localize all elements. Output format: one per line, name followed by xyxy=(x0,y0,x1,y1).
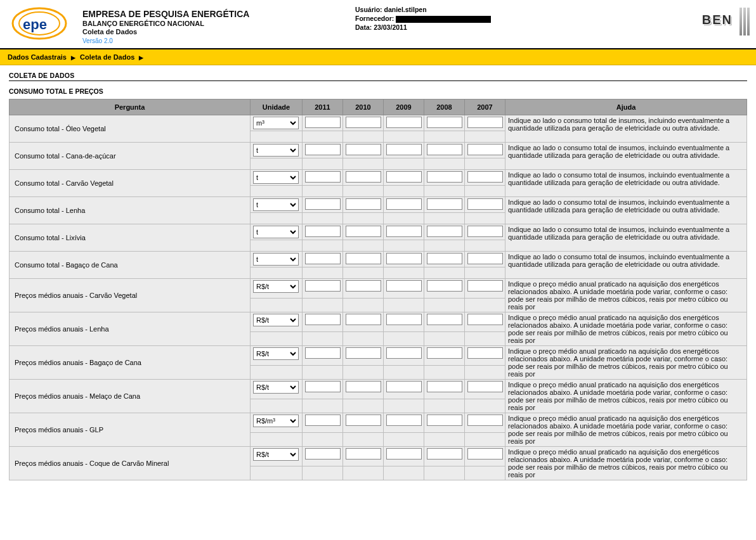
year-input[interactable] xyxy=(467,198,503,210)
year-input[interactable] xyxy=(427,347,462,359)
row-label: Consumo total - Bagaço de Cana xyxy=(10,252,251,279)
unit-select[interactable]: m³tR$/tR$/m³ xyxy=(253,226,299,238)
year-input[interactable] xyxy=(427,117,462,128)
empty-cell xyxy=(424,331,465,345)
unit-select[interactable]: m³tR$/tR$/m³ xyxy=(253,415,299,427)
year-input[interactable] xyxy=(346,198,381,210)
year-cell xyxy=(303,447,343,466)
section-title: COLETA DE DADOS xyxy=(9,72,747,81)
year-input[interactable] xyxy=(305,280,341,292)
year-input[interactable] xyxy=(346,280,381,292)
year-input[interactable] xyxy=(386,253,422,264)
unit-select[interactable]: m³tR$/tR$/m³ xyxy=(253,117,299,129)
year-input[interactable] xyxy=(427,381,462,392)
year-input[interactable] xyxy=(427,226,462,237)
year-input[interactable] xyxy=(467,144,503,155)
year-input[interactable] xyxy=(467,280,503,292)
year-input[interactable] xyxy=(386,144,422,155)
year-input[interactable] xyxy=(305,117,341,128)
year-cell xyxy=(465,413,505,433)
year-input[interactable] xyxy=(346,448,381,460)
year-input[interactable] xyxy=(386,117,422,128)
year-input[interactable] xyxy=(346,171,381,183)
empty-cell xyxy=(343,298,384,312)
year-input[interactable] xyxy=(427,314,462,325)
year-cell xyxy=(303,252,343,267)
year-input[interactable] xyxy=(467,253,503,264)
empty-cell xyxy=(303,365,343,379)
unit-select[interactable]: m³tR$/tR$/m³ xyxy=(253,198,299,211)
year-input[interactable] xyxy=(305,253,341,264)
year-cell xyxy=(343,252,384,267)
year-input[interactable] xyxy=(427,144,462,155)
year-input[interactable] xyxy=(346,381,381,392)
year-input[interactable] xyxy=(386,415,422,426)
year-input[interactable] xyxy=(346,347,381,359)
year-input[interactable] xyxy=(346,144,381,155)
year-input[interactable] xyxy=(386,314,422,325)
year-input[interactable] xyxy=(386,448,422,460)
year-input[interactable] xyxy=(467,226,503,237)
year-input[interactable] xyxy=(305,226,341,237)
unit-select[interactable]: m³tR$/tR$/m³ xyxy=(253,280,299,293)
empty-cell xyxy=(343,365,384,379)
year-input[interactable] xyxy=(386,171,422,183)
year-input[interactable] xyxy=(305,381,341,392)
year-input[interactable] xyxy=(467,381,503,392)
year-input[interactable] xyxy=(427,415,462,426)
year-input[interactable] xyxy=(467,314,503,325)
year-input[interactable] xyxy=(386,347,422,359)
year-input[interactable] xyxy=(467,347,503,359)
unit-select[interactable]: m³tR$/tR$/m³ xyxy=(253,448,299,461)
year-input[interactable] xyxy=(427,171,462,183)
year-input[interactable] xyxy=(305,314,341,325)
unit-cell: m³tR$/tR$/m³ xyxy=(251,170,303,186)
help-text: Indique ao lado o consumo total de insum… xyxy=(505,115,747,143)
year-input[interactable] xyxy=(427,448,462,460)
unit-select[interactable]: m³tR$/tR$/m³ xyxy=(253,171,299,184)
year-input[interactable] xyxy=(305,198,341,210)
year-input[interactable] xyxy=(467,117,503,128)
year-cell xyxy=(384,413,424,433)
year-input[interactable] xyxy=(386,381,422,392)
unit-select[interactable]: m³tR$/tR$/m³ xyxy=(253,347,299,360)
year-cell xyxy=(384,115,424,131)
empty-cell xyxy=(424,158,465,170)
empty-cell xyxy=(251,298,303,312)
unit-select[interactable]: m³tR$/tR$/m³ xyxy=(253,144,299,157)
year-input[interactable] xyxy=(305,415,341,426)
breadcrumb-dados-cadastrais[interactable]: Dados Cadastrais xyxy=(8,53,67,61)
year-input[interactable] xyxy=(386,226,422,237)
unit-select[interactable]: m³tR$/tR$/m³ xyxy=(253,314,299,326)
year-input[interactable] xyxy=(346,253,381,264)
year-input[interactable] xyxy=(427,280,462,292)
unit-select[interactable]: m³tR$/tR$/m³ xyxy=(253,381,299,394)
epe-logo: epe xyxy=(8,5,71,42)
year-cell xyxy=(384,170,424,186)
data-table: Pergunta Unidade 2011 2010 2009 2008 200… xyxy=(9,99,747,480)
year-input[interactable] xyxy=(346,415,381,426)
year-input[interactable] xyxy=(346,314,381,325)
year-input[interactable] xyxy=(467,415,503,426)
empty-cell xyxy=(251,365,303,379)
year-input[interactable] xyxy=(427,198,462,210)
year-input[interactable] xyxy=(386,280,422,292)
year-input[interactable] xyxy=(427,253,462,264)
unit-select[interactable]: m³tR$/tR$/m³ xyxy=(253,253,299,266)
empty-cell xyxy=(384,298,424,312)
year-input[interactable] xyxy=(346,226,381,237)
year-input[interactable] xyxy=(305,144,341,155)
year-cell xyxy=(343,346,384,366)
year-input[interactable] xyxy=(305,347,341,359)
year-input[interactable] xyxy=(467,448,503,460)
year-input[interactable] xyxy=(386,198,422,210)
year-cell xyxy=(303,346,343,366)
year-input[interactable] xyxy=(305,448,341,460)
help-text: Indique ao lado o consumo total de insum… xyxy=(505,224,747,252)
year-input[interactable] xyxy=(305,171,341,183)
year-input[interactable] xyxy=(346,117,381,128)
breadcrumb-coleta-de-dados[interactable]: Coleta de Dados xyxy=(80,53,134,61)
help-text: Indique ao lado o consumo total de insum… xyxy=(505,170,747,197)
year-input[interactable] xyxy=(467,171,503,183)
year-cell xyxy=(384,224,424,240)
